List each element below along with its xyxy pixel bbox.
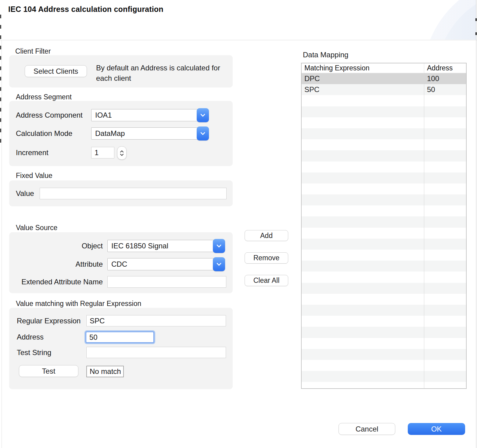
cell-address <box>424 139 466 150</box>
cell-matching-expression <box>302 216 424 227</box>
cell-address <box>424 283 466 294</box>
table-row[interactable] <box>302 172 466 183</box>
cell-matching-expression <box>302 228 424 239</box>
table-row[interactable] <box>302 338 466 349</box>
cancel-button[interactable]: Cancel <box>339 423 395 435</box>
cell-matching-expression <box>302 239 424 250</box>
cell-address <box>424 338 466 349</box>
dialog-right-edge <box>476 0 476 448</box>
edge-artifact <box>475 32 477 35</box>
test-string-input[interactable] <box>86 347 226 358</box>
test-button[interactable]: Test <box>19 365 78 377</box>
fixed-value-input[interactable] <box>40 188 227 199</box>
cell-address <box>424 216 466 227</box>
fixed-value-section-label: Fixed Value <box>16 172 52 180</box>
cell-address: 50 <box>424 84 466 95</box>
table-row[interactable] <box>302 117 466 128</box>
cell-matching-expression <box>302 272 424 283</box>
table-row[interactable] <box>302 349 466 360</box>
address-segment-section-label: Address Segment <box>16 93 72 101</box>
object-select[interactable]: IEC 61850 Signal <box>107 240 225 252</box>
cell-matching-expression <box>302 294 424 305</box>
regex-address-input[interactable] <box>86 332 154 343</box>
table-row[interactable] <box>302 382 466 388</box>
table-row[interactable]: SPC50 <box>302 84 466 95</box>
dialog-left-edge <box>2 40 2 448</box>
clear-all-button[interactable]: Clear All <box>245 275 288 286</box>
table-row[interactable] <box>302 228 466 239</box>
table-header-row: Matching Expression Address <box>302 63 466 73</box>
cell-matching-expression <box>302 95 424 106</box>
increment-input[interactable] <box>91 147 114 158</box>
table-row[interactable] <box>302 183 466 194</box>
cell-matching-expression <box>302 283 424 294</box>
cell-matching-expression <box>302 162 424 172</box>
cell-matching-expression <box>302 261 424 272</box>
cell-matching-expression <box>302 106 424 117</box>
cell-address <box>424 349 466 360</box>
data-mapping-table[interactable]: Matching Expression Address DPC100SPC50 <box>301 63 467 389</box>
table-row[interactable] <box>302 272 466 283</box>
ok-button[interactable]: OK <box>408 423 465 435</box>
increment-stepper[interactable] <box>117 146 127 160</box>
chevron-down-icon <box>197 108 209 122</box>
select-clients-button[interactable]: Select Clients <box>25 65 87 77</box>
cell-address <box>424 172 466 183</box>
regular-expression-input[interactable] <box>86 315 226 326</box>
cell-matching-expression <box>302 371 424 382</box>
data-mapping-body: DPC100SPC50 <box>302 73 466 388</box>
cell-address <box>424 327 466 338</box>
column-header-matching-expression[interactable]: Matching Expression <box>302 63 424 73</box>
cell-matching-expression <box>302 128 424 139</box>
cell-matching-expression <box>302 382 424 388</box>
table-row[interactable] <box>302 294 466 305</box>
table-row[interactable] <box>302 216 466 227</box>
cell-address <box>424 316 466 327</box>
background-window-artifacts <box>0 15 1 144</box>
cell-matching-expression <box>302 139 424 150</box>
regular-expression-label: Regular Expression <box>17 315 81 327</box>
table-row[interactable] <box>302 371 466 382</box>
chevron-down-icon <box>213 257 225 271</box>
table-row[interactable] <box>302 360 466 371</box>
address-component-select[interactable]: IOA1 <box>91 109 209 121</box>
add-button[interactable]: Add <box>245 230 288 241</box>
chevron-up-icon <box>120 150 124 153</box>
calculation-mode-select[interactable]: DataMap <box>91 127 209 140</box>
table-row[interactable] <box>302 261 466 272</box>
table-row[interactable] <box>302 128 466 139</box>
cell-address <box>424 382 466 388</box>
table-row[interactable] <box>302 139 466 150</box>
table-row[interactable] <box>302 205 466 216</box>
table-row[interactable] <box>302 239 466 250</box>
table-row[interactable] <box>302 106 466 117</box>
table-row[interactable] <box>302 95 466 106</box>
cell-address <box>424 106 466 117</box>
table-row[interactable] <box>302 194 466 205</box>
table-row[interactable]: DPC100 <box>302 73 466 84</box>
cell-matching-expression <box>302 305 424 316</box>
table-row[interactable] <box>302 316 466 327</box>
column-header-address[interactable]: Address <box>424 63 466 73</box>
dialog-header: IEC 104 Address calculation configuratio… <box>0 0 477 40</box>
cell-address <box>424 371 466 382</box>
calculation-mode-value: DataMap <box>95 129 125 138</box>
table-row[interactable] <box>302 150 466 161</box>
table-row[interactable] <box>302 327 466 338</box>
cell-matching-expression <box>302 150 424 161</box>
table-row[interactable] <box>302 162 466 172</box>
cell-matching-expression <box>302 183 424 194</box>
attribute-select[interactable]: CDC <box>107 258 225 270</box>
test-result-box: No match <box>86 366 124 377</box>
header-decoration-swoosh <box>385 0 476 40</box>
cell-matching-expression <box>302 172 424 183</box>
table-row[interactable] <box>302 305 466 316</box>
chevron-down-icon <box>120 154 124 156</box>
chevron-down-icon <box>213 239 225 253</box>
extended-attribute-name-input[interactable] <box>107 276 226 288</box>
table-row[interactable] <box>302 283 466 294</box>
regex-address-label: Address <box>17 331 44 343</box>
remove-button[interactable]: Remove <box>245 252 288 264</box>
address-component-value: IOA1 <box>95 111 112 119</box>
table-row[interactable] <box>302 250 466 261</box>
